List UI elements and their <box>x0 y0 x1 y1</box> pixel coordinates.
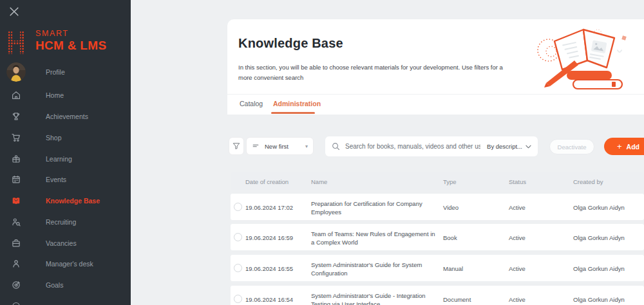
cell-created-by: Olga Gorkun Aidyn <box>573 234 625 241</box>
search-icon <box>332 142 340 151</box>
cell-name: System Administrator's Guide - Integrati… <box>311 292 440 305</box>
column-header-type: Type <box>443 178 457 185</box>
knowledge-base-header-card: Knowledge Base In this section, you will… <box>227 19 644 115</box>
sidebar-item-label: Vacancies <box>46 239 77 247</box>
sidebar-item-label: Manager's desk <box>46 260 93 268</box>
sidebar-item-label: Goals <box>46 281 63 289</box>
deactivate-button[interactable]: Deactivate <box>549 139 594 154</box>
avatar <box>6 62 26 82</box>
plus-icon: + <box>617 142 622 151</box>
sidebar-item-shop[interactable]: Shop <box>11 131 62 144</box>
cell-name: System Administrator's Guide for System … <box>311 261 440 278</box>
cell-status: Active <box>509 265 526 272</box>
row-select-radio[interactable] <box>234 233 242 241</box>
row-select-radio[interactable] <box>234 295 242 303</box>
target-icon <box>11 280 21 290</box>
column-header-created-by: Created by <box>573 178 603 185</box>
tab-administration[interactable]: Administration <box>273 100 321 107</box>
sort-dropdown[interactable]: New first ▾ <box>246 137 314 155</box>
cell-created-by: Olga Gorkun Aidyn <box>573 265 625 272</box>
active-tab-underline <box>271 112 315 114</box>
chevron-down-icon <box>526 145 531 149</box>
table-row[interactable]: 19.06.2024 16:54 System Administrator's … <box>231 286 644 305</box>
book-icon <box>11 196 21 206</box>
cell-status: Active <box>509 204 526 211</box>
sidebar-item-label: Knowledge Base <box>46 197 100 205</box>
row-select-radio[interactable] <box>234 203 242 211</box>
filter-button[interactable] <box>229 137 244 155</box>
cell-type: Book <box>443 234 457 241</box>
cell-created-by: Olga Gorkun Aidyn <box>573 204 625 211</box>
app-logo: SMART HCM & LMS <box>8 30 106 54</box>
search-field-dropdown[interactable]: By descript... <box>480 143 531 150</box>
sidebar-item-vacancies[interactable]: Vacancies <box>11 237 77 250</box>
row-select-radio[interactable] <box>234 264 242 272</box>
sidebar-item-managers-desk[interactable]: Manager's desk <box>11 257 93 270</box>
sidebar-item-achievements[interactable]: Achievements <box>11 110 88 123</box>
funnel-icon <box>232 142 240 150</box>
cart-icon <box>11 133 21 143</box>
sidebar-item-home[interactable]: Home <box>11 89 64 102</box>
sidebar-item-label: Recruiting <box>46 218 76 226</box>
search-bar: By descript... <box>325 136 538 156</box>
table-row[interactable]: 19.06.2024 17:02 Preparation for Certifi… <box>231 194 644 220</box>
page-description: In this section, you will be able to cho… <box>238 62 511 82</box>
sidebar-item-label: Home <box>46 91 64 99</box>
tab-catalog[interactable]: Catalog <box>240 100 263 107</box>
logo-h-icon <box>8 31 24 54</box>
table-row[interactable]: 19.06.2024 16:59 Team of Teams: New Rule… <box>231 224 644 250</box>
cell-name: Team of Teams: New Rules of Engagement i… <box>311 230 440 247</box>
sort-lines-icon <box>252 142 260 150</box>
table-header-row: Date of creation Name Type Status Create… <box>231 172 644 190</box>
column-header-name: Name <box>311 178 327 185</box>
sidebar-item-learning[interactable]: Learning <box>11 152 72 165</box>
search-field-value: By descript... <box>487 143 522 150</box>
knowledge-base-page: { "sidebar": { "logo_top": "SMART", "log… <box>0 0 644 305</box>
books-illustration-icon <box>533 22 635 95</box>
sidebar-item-goals[interactable]: Goals <box>11 279 63 291</box>
search-input[interactable] <box>345 143 480 150</box>
add-label: Add <box>627 143 639 151</box>
person-search-icon <box>11 217 21 227</box>
logo-smart: SMART <box>35 30 106 38</box>
sidebar-item-label: Shop <box>46 134 62 142</box>
home-icon <box>11 90 21 100</box>
cell-type: Document <box>443 296 471 303</box>
sidebar-item-label: Achievements <box>46 113 88 120</box>
cell-date: 19.06.2024 17:02 <box>245 204 293 211</box>
sidebar-item-events[interactable]: Events <box>11 173 66 186</box>
sidebar-item-knowledge-base[interactable]: Knowledge Base <box>11 194 100 207</box>
cell-name: Preparation for Certification for Compan… <box>311 200 440 217</box>
column-header-date: Date of creation <box>245 178 289 185</box>
cell-date: 19.06.2024 16:54 <box>245 296 293 303</box>
cell-created-by: Olga Gorkun Aidyn <box>573 296 625 303</box>
logo-hcm-lms: HCM & LMS <box>35 39 106 51</box>
sort-selected-value: New first <box>265 143 289 150</box>
cell-status: Active <box>509 296 526 303</box>
sidebar-item-recruiting[interactable]: Recruiting <box>11 216 76 228</box>
page-title: Knowledge Base <box>238 36 343 51</box>
close-icon[interactable] <box>10 7 19 16</box>
cell-type: Manual <box>443 265 463 272</box>
sidebar: SMART HCM & LMS Profile Home Achievement… <box>0 0 131 305</box>
add-button[interactable]: + Add <box>604 138 644 155</box>
trophy-icon <box>11 111 21 122</box>
column-header-status: Status <box>509 178 526 185</box>
table-row[interactable]: 19.06.2024 16:55 System Administrator's … <box>231 255 644 281</box>
calendar-icon <box>11 174 21 185</box>
sidebar-item-profile[interactable]: Profile <box>6 62 65 82</box>
menu-icon <box>11 300 21 305</box>
cell-type: Video <box>443 204 459 211</box>
deactivate-label: Deactivate <box>558 143 587 151</box>
gift-icon <box>11 154 21 164</box>
tab-bar: Catalog Administration <box>227 95 644 114</box>
chevron-down-icon: ▾ <box>305 143 308 149</box>
sidebar-item-label: Learning <box>46 155 72 163</box>
sidebar-item-partial[interactable] <box>11 299 21 305</box>
card-head: Knowledge Base In this section, you will… <box>227 19 644 95</box>
cell-status: Active <box>509 234 526 241</box>
person-icon <box>11 259 21 269</box>
cell-date: 19.06.2024 16:55 <box>245 265 293 272</box>
sidebar-item-label: Profile <box>46 68 65 76</box>
sidebar-item-label: Events <box>46 176 66 183</box>
